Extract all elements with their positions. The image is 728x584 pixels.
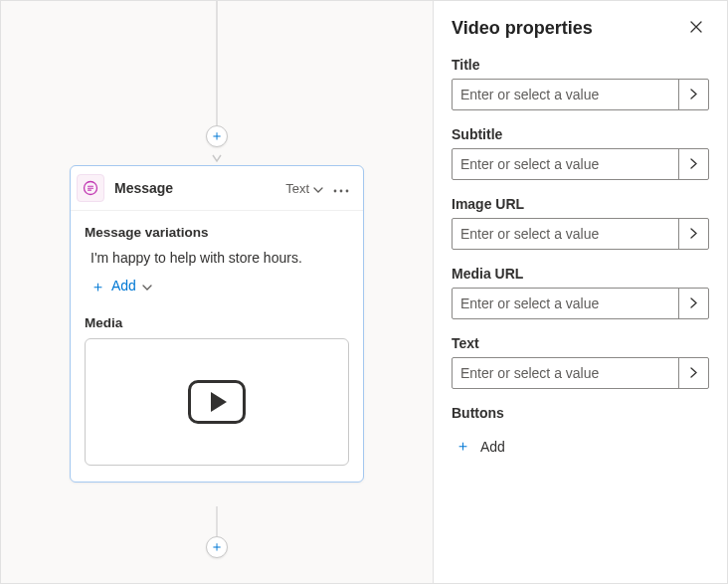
plus-icon: ＋: [210, 538, 224, 556]
authoring-canvas[interactable]: ＋ Message Text: [1, 1, 434, 583]
field-image-url-combo: [452, 218, 709, 250]
field-media-url-combo: [452, 288, 709, 319]
media-url-input[interactable]: [453, 289, 678, 318]
field-media-url: Media URL: [452, 266, 709, 319]
insert-node-button-top[interactable]: ＋: [206, 125, 228, 147]
close-icon: [689, 20, 703, 37]
svg-point-2: [340, 190, 343, 193]
plus-icon: ＋: [91, 279, 105, 293]
title-picker-button[interactable]: [678, 80, 708, 109]
flow-connector-top: [217, 1, 218, 125]
add-button-label: Add: [480, 439, 505, 455]
chevron-down-icon: [142, 278, 152, 293]
add-button-button[interactable]: ＋ Add: [452, 431, 509, 462]
field-title-label: Title: [452, 57, 709, 73]
field-title-combo: [452, 79, 709, 110]
media-url-picker-button[interactable]: [678, 289, 708, 318]
chevron-down-icon: [313, 181, 323, 196]
media-preview[interactable]: [85, 338, 349, 466]
field-text: Text: [452, 335, 709, 389]
message-node[interactable]: Message Text Message variations I'm happ…: [70, 165, 364, 483]
flow-arrowhead-icon: [212, 153, 222, 163]
field-subtitle-label: Subtitle: [452, 126, 709, 142]
app-root: ＋ Message Text: [0, 0, 728, 584]
message-node-body: Message variations I'm happy to help wit…: [71, 211, 363, 482]
chevron-right-icon: [690, 156, 697, 172]
message-icon: [77, 174, 104, 202]
message-node-header: Message Text: [71, 166, 363, 211]
field-text-label: Text: [452, 335, 709, 351]
insert-node-button-bottom[interactable]: ＋: [206, 536, 228, 558]
message-node-title: Message: [114, 180, 285, 196]
plus-icon: ＋: [210, 127, 224, 145]
title-input[interactable]: [453, 80, 678, 109]
more-icon: [333, 180, 349, 196]
chevron-right-icon: [690, 226, 697, 242]
video-play-icon: [188, 380, 246, 424]
media-section-label: Media: [85, 315, 349, 330]
plus-icon: ＋: [455, 437, 470, 456]
field-image-url: Image URL: [452, 196, 709, 250]
panel-title: Video properties: [452, 18, 593, 39]
text-picker-button[interactable]: [678, 358, 708, 388]
chevron-right-icon: [690, 365, 697, 381]
svg-point-3: [346, 190, 349, 193]
message-more-menu[interactable]: [329, 176, 353, 200]
properties-panel: Video properties Title Subtitle: [434, 1, 727, 583]
subtitle-input[interactable]: [453, 149, 678, 179]
chevron-right-icon: [690, 87, 697, 102]
subtitle-picker-button[interactable]: [678, 149, 708, 179]
variations-section-label: Message variations: [85, 225, 349, 240]
panel-header: Video properties: [452, 15, 709, 41]
image-url-input[interactable]: [453, 219, 678, 249]
field-text-combo: [452, 357, 709, 389]
add-variation-button[interactable]: ＋ Add: [85, 274, 158, 297]
svg-point-1: [334, 190, 337, 193]
field-media-url-label: Media URL: [452, 266, 709, 282]
close-panel-button[interactable]: [683, 15, 709, 41]
text-input[interactable]: [453, 358, 678, 388]
field-subtitle-combo: [452, 148, 709, 180]
add-variation-label: Add: [111, 278, 136, 293]
image-url-picker-button[interactable]: [678, 219, 708, 249]
field-title: Title: [452, 57, 709, 110]
field-subtitle: Subtitle: [452, 126, 709, 180]
variation-text[interactable]: I'm happy to help with store hours.: [85, 246, 349, 274]
message-type-dropdown[interactable]: Text: [285, 181, 323, 196]
message-type-label: Text: [285, 181, 309, 196]
field-image-url-label: Image URL: [452, 196, 709, 212]
field-buttons: Buttons ＋ Add: [452, 405, 709, 462]
field-buttons-label: Buttons: [452, 405, 709, 421]
chevron-right-icon: [690, 295, 697, 311]
